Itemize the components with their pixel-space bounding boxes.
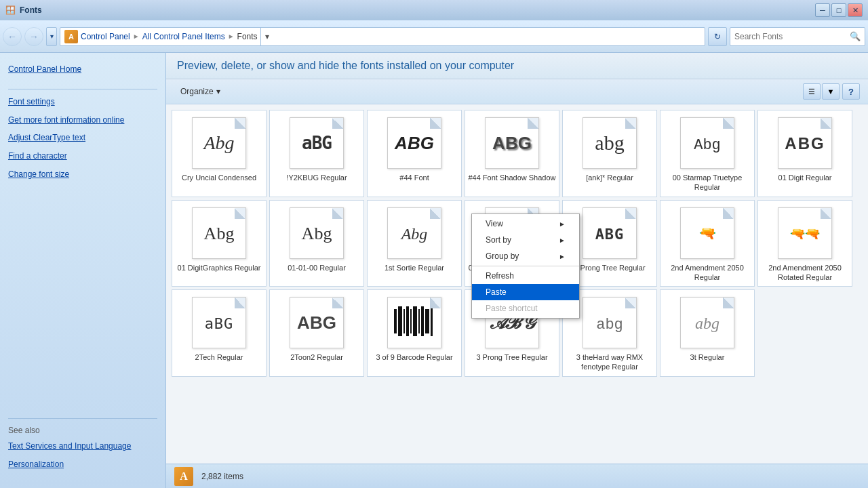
minimize-button[interactable]: ─: [815, 3, 830, 17]
font-icon: Abg: [189, 206, 250, 260]
font-item[interactable]: ABG #44 Font: [367, 110, 462, 197]
font-name: #44 Font Shadow Shadow: [468, 173, 555, 182]
font-item[interactable]: Abg 01 DigitGraphics Regular: [172, 200, 267, 287]
context-menu-item-paste[interactable]: Paste: [472, 284, 579, 300]
context-menu-label: Sort by: [486, 235, 511, 245]
font-preview-text: ABG: [395, 134, 434, 152]
svg-rect-12: [425, 309, 429, 333]
content-header: Preview, delete, or show and hide the fo…: [166, 53, 868, 79]
submenu-arrow: ►: [559, 220, 566, 228]
address-dropdown-button[interactable]: ▾: [260, 27, 274, 46]
font-preview-text: abg: [596, 313, 623, 333]
recent-pages-button[interactable]: ▾: [46, 27, 57, 46]
submenu-arrow: ►: [559, 237, 566, 244]
font-item[interactable]: Abg 00 Starmap Truetype Regular: [660, 110, 755, 197]
font-name: !Y2KBUG Regular: [286, 173, 347, 182]
address-part-2[interactable]: All Control Panel Items: [142, 32, 225, 41]
maximize-button[interactable]: □: [831, 3, 846, 17]
window-icon: 🪟: [5, 5, 16, 15]
font-item[interactable]: abg [ank]* Regular: [562, 110, 657, 197]
svg-rect-8: [410, 309, 412, 333]
svg-rect-9: [413, 306, 417, 336]
back-button[interactable]: ←: [3, 27, 22, 46]
sidebar-item-control-panel-home[interactable]: Control Panel Home: [8, 64, 157, 75]
help-button[interactable]: ?: [842, 83, 860, 100]
font-item[interactable]: 3 of 9 Barcode Regular: [367, 289, 462, 377]
font-item[interactable]: 🔫 2nd Amendment 2050 Regular: [660, 200, 755, 287]
sidebar: Control Panel Home Font settings Get mor…: [0, 53, 166, 488]
svg-text:🔫🔫: 🔫🔫: [790, 226, 821, 241]
forward-button[interactable]: →: [24, 27, 43, 46]
font-preview-text: [391, 302, 438, 344]
font-preview-text: Abg: [694, 134, 721, 153]
font-preview-text: ABG: [492, 134, 532, 152]
context-menu-item-view[interactable]: View►: [472, 216, 579, 232]
context-menu-item-paste-shortcut: Paste shortcut: [472, 300, 579, 317]
font-name: 2nd Amendment 2050 Rotated Regular: [761, 263, 849, 283]
breadcrumb-sep-1: ►: [133, 33, 140, 40]
submenu-arrow: ►: [559, 253, 566, 260]
search-input[interactable]: [734, 32, 847, 41]
breadcrumb-sep-2: ►: [228, 33, 235, 40]
font-page: [387, 297, 441, 348]
svg-rect-4: [394, 309, 397, 333]
font-preview-text: ABG: [595, 224, 625, 243]
font-item[interactable]: Abg Cry Uncial Condensed: [172, 110, 267, 197]
font-icon: abg: [677, 296, 738, 350]
address-bar: A Control Panel ► All Control Panel Item…: [60, 27, 705, 46]
sidebar-item-change-font-size[interactable]: Change font size: [8, 169, 157, 180]
sidebar-item-get-more-font[interactable]: Get more font information online: [8, 115, 157, 126]
font-item[interactable]: ABG #44 Font Shadow Shadow: [465, 110, 559, 197]
font-name: 3 theHard way RMX fenotype Regular: [566, 352, 654, 372]
font-page: Abg: [387, 207, 441, 259]
context-menu: View►Sort by►Group by►RefreshPastePaste …: [471, 214, 580, 319]
font-icon: ABG: [774, 116, 835, 170]
nav-bar: ← → ▾ A Control Panel ► All Control Pane…: [0, 20, 868, 53]
font-page: Abg: [680, 117, 734, 169]
font-name: 1st Sortie Regular: [384, 263, 444, 272]
refresh-button[interactable]: ↻: [708, 27, 727, 46]
font-item[interactable]: Abg 01-01-00 Regular: [269, 200, 364, 287]
close-button[interactable]: ✕: [848, 3, 863, 17]
organize-button[interactable]: Organize ▾: [174, 84, 226, 99]
address-part-1[interactable]: Control Panel: [81, 32, 130, 41]
sidebar-item-adjust-cleartype[interactable]: Adjust ClearType text: [8, 132, 157, 144]
sidebar-divider-2: [8, 418, 157, 419]
address-part-3: Fonts: [237, 32, 258, 41]
font-item[interactable]: 🔫🔫 2nd Amendment 2050 Rotated Regular: [757, 200, 852, 287]
font-page: aBG: [290, 117, 344, 169]
search-icon: 🔍: [850, 31, 861, 41]
font-item[interactable]: abg 3t Regular: [660, 289, 755, 377]
font-item[interactable]: ABG 2Toon2 Regular: [269, 289, 364, 377]
font-preview-text: Abg: [204, 224, 235, 243]
font-preview-text: Abg: [302, 224, 332, 243]
address-icon: A: [64, 30, 78, 43]
sidebar-item-personalization[interactable]: Personalization: [8, 459, 157, 470]
view-list-button[interactable]: ☰: [803, 83, 821, 100]
context-menu-item-group-by[interactable]: Group by►: [472, 248, 579, 264]
sidebar-item-text-services[interactable]: Text Services and Input Language: [8, 441, 157, 452]
sidebar-item-font-settings[interactable]: Font settings: [8, 96, 157, 108]
svg-rect-6: [403, 309, 405, 333]
view-dropdown-button[interactable]: ▼: [822, 83, 840, 100]
font-page: Abg: [192, 207, 246, 259]
font-preview-text: abg: [695, 313, 719, 332]
font-item[interactable]: aBG !Y2KBUG Regular: [269, 110, 364, 197]
context-menu-item-refresh[interactable]: Refresh: [472, 268, 579, 284]
sidebar-item-find-character[interactable]: Find a character: [8, 150, 157, 162]
font-name: 2Tech Regular: [195, 352, 243, 362]
status-bar: A 2,882 items: [166, 464, 868, 488]
font-item[interactable]: aBG 2Tech Regular: [172, 289, 267, 377]
font-item[interactable]: Abg 1st Sortie Regular: [367, 200, 462, 287]
view-buttons: ☰ ▼: [803, 83, 840, 100]
font-icon: ABG: [384, 116, 445, 170]
font-name: Cry Uncial Condensed: [182, 173, 256, 182]
font-page: Abg: [290, 207, 344, 259]
context-menu-item-sort-by[interactable]: Sort by►: [472, 232, 579, 248]
font-icon: Abg: [677, 116, 738, 170]
font-item[interactable]: ABG 01 Digit Regular: [757, 110, 852, 197]
search-box: 🔍: [730, 27, 865, 46]
font-icon: ABG: [481, 116, 542, 170]
font-icon: Abg: [384, 206, 445, 260]
svg-text:🔫: 🔫: [699, 225, 716, 241]
